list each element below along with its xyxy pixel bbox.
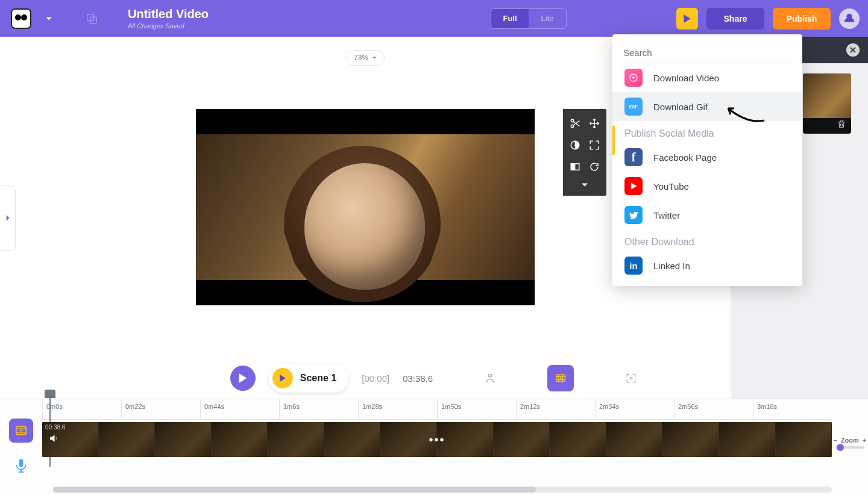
zoom-out[interactable]: – xyxy=(834,437,837,444)
expand-tools[interactable] xyxy=(581,179,588,191)
dropdown-search-input[interactable] xyxy=(623,43,791,63)
move-icon xyxy=(589,118,600,129)
video-mode[interactable] xyxy=(547,365,574,391)
clip-thumbnail xyxy=(803,73,851,118)
close-icon xyxy=(850,47,856,53)
svg-point-7 xyxy=(489,374,492,377)
rotate-tool[interactable] xyxy=(589,161,600,175)
play-icon xyxy=(279,375,286,382)
time-total: 03:38.6 xyxy=(403,373,433,384)
presenter-tool[interactable] xyxy=(483,372,497,385)
top-right-actions: Share Publish xyxy=(676,8,860,30)
time-tick: 2m12s xyxy=(516,399,595,420)
time-tick: 3m18s xyxy=(753,399,832,420)
top-bar: Untitled Video All Changes Saved Full Li… xyxy=(0,0,868,37)
half-tool[interactable] xyxy=(570,161,580,175)
duplicate-icon xyxy=(85,12,98,25)
clip-frame xyxy=(324,422,381,457)
preview-button[interactable] xyxy=(676,8,698,30)
clip-frame xyxy=(719,422,776,457)
chevron-down-icon xyxy=(45,15,52,22)
zoom-slider[interactable] xyxy=(835,446,864,449)
video-frame xyxy=(196,134,535,280)
time-tick: 0m22s xyxy=(121,399,200,420)
audio-track-button[interactable] xyxy=(9,453,33,478)
share-button[interactable]: Share xyxy=(706,8,764,30)
linkedin-option[interactable]: in Linked In xyxy=(612,251,802,280)
clip-frame xyxy=(606,422,663,457)
download-gif-option[interactable]: GIF Download Gif xyxy=(612,92,802,121)
zoom-value: 73% xyxy=(354,54,368,62)
fit-tool[interactable] xyxy=(589,140,600,153)
twitter-option[interactable]: Twitter xyxy=(612,201,802,229)
focus-icon xyxy=(625,372,637,384)
clip-frame xyxy=(550,422,606,457)
youtube-icon xyxy=(624,177,643,195)
clip-preview-card[interactable] xyxy=(803,73,851,134)
project-menu-caret[interactable] xyxy=(42,0,55,37)
clip-volume-icon[interactable] xyxy=(48,433,59,446)
timeline: 0m0s0m22s0m44s1m6s1m28s1m50s2m12s2m34s2m… xyxy=(0,399,868,495)
download-video-label: Download Video xyxy=(653,73,719,83)
scene-selector[interactable]: Scene 1 xyxy=(269,364,348,393)
clip-frame xyxy=(494,422,550,457)
timeline-scrollbar[interactable] xyxy=(53,487,832,493)
timeline-zoom: – Zoom + xyxy=(832,437,868,449)
clip-frame xyxy=(268,422,324,457)
clip-frame xyxy=(662,422,719,457)
linkedin-icon: in xyxy=(624,257,643,275)
person-icon xyxy=(484,372,496,384)
delete-clip-button[interactable] xyxy=(834,117,849,131)
clip-frame xyxy=(437,422,494,457)
time-tick: 2m34s xyxy=(595,399,674,420)
facebook-option[interactable]: f Facebook Page xyxy=(612,143,802,172)
youtube-label: YouTube xyxy=(653,181,689,191)
expand-sidebar[interactable] xyxy=(0,185,16,251)
chevron-down-icon xyxy=(372,55,377,60)
clip-more-icon[interactable]: ••• xyxy=(429,433,445,447)
linkedin-label: Linked In xyxy=(653,261,690,271)
svg-rect-12 xyxy=(19,459,24,467)
publish-button[interactable]: Publish xyxy=(773,8,831,30)
play-icon xyxy=(238,373,248,383)
svg-rect-0 xyxy=(87,14,94,20)
video-track-button[interactable] xyxy=(9,419,33,443)
download-video-option[interactable]: Download Video xyxy=(612,63,802,92)
timeline-body: 0m0s0m22s0m44s1m6s1m28s1m50s2m12s2m34s2m… xyxy=(42,399,832,495)
zoom-in[interactable]: + xyxy=(863,437,866,444)
time-tick: 2m56s xyxy=(674,399,753,420)
contrast-tool[interactable] xyxy=(570,140,580,153)
time-tick: 1m28s xyxy=(358,399,437,420)
new-item-button[interactable] xyxy=(55,12,128,25)
video-preview[interactable] xyxy=(196,109,535,305)
time-tick: 0m0s xyxy=(42,399,121,420)
clip-frame xyxy=(776,422,832,457)
download-video-icon xyxy=(624,69,643,87)
mode-full[interactable]: Full xyxy=(491,9,529,28)
film-icon xyxy=(14,424,28,437)
clip-frame xyxy=(99,422,156,457)
edit-tool-palette xyxy=(563,109,606,196)
move-tool[interactable] xyxy=(589,118,600,131)
time-ruler[interactable]: 0m0s0m22s0m44s1m6s1m28s1m50s2m12s2m34s2m… xyxy=(42,399,832,420)
focus-tool[interactable] xyxy=(624,372,638,385)
clip-timecode: 00:38.6 xyxy=(45,424,65,431)
youtube-option[interactable]: YouTube xyxy=(612,172,802,201)
split-icon xyxy=(570,161,580,172)
twitter-label: Twitter xyxy=(653,210,680,220)
project-title[interactable]: Untitled Video xyxy=(128,7,381,21)
timeline-track-icons xyxy=(0,399,42,495)
user-avatar[interactable] xyxy=(839,8,860,29)
selection-indicator xyxy=(612,126,615,155)
zoom-selector[interactable]: 73% xyxy=(346,50,385,66)
app-logo[interactable] xyxy=(0,0,42,37)
gif-icon: GIF xyxy=(624,98,643,116)
film-icon xyxy=(555,372,567,384)
close-panel-button[interactable] xyxy=(846,43,860,57)
video-clip-strip[interactable]: 00:38.6 ••• xyxy=(42,422,832,457)
cut-tool[interactable] xyxy=(570,118,580,131)
time-tick: 1m50s xyxy=(437,399,516,420)
play-button[interactable] xyxy=(230,366,256,391)
mode-lite[interactable]: Lite xyxy=(529,9,566,28)
playback-controls: Scene 1 [00:00] 03:38.6 xyxy=(0,356,868,400)
